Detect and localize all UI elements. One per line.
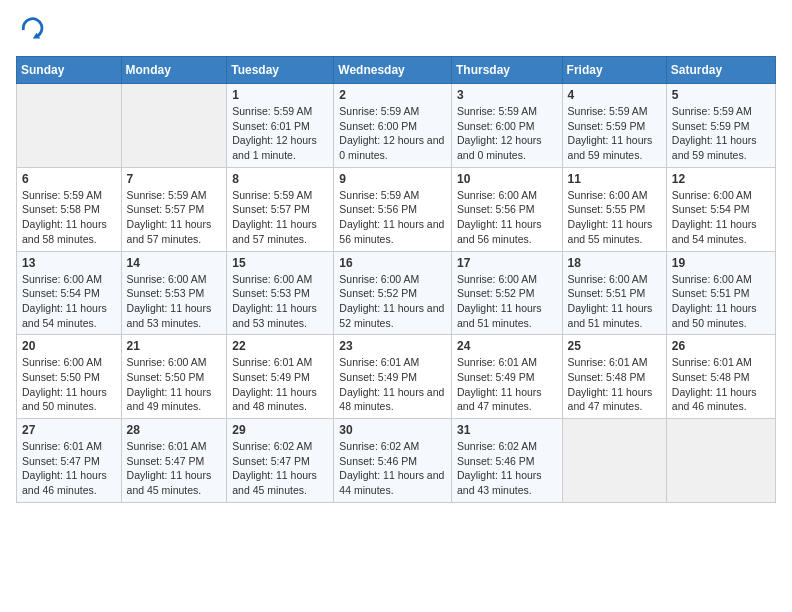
day-cell: 22Sunrise: 6:01 AM Sunset: 5:49 PM Dayli… [227, 335, 334, 419]
day-info: Sunrise: 5:59 AM Sunset: 5:57 PM Dayligh… [127, 188, 222, 247]
day-info: Sunrise: 6:01 AM Sunset: 5:47 PM Dayligh… [127, 439, 222, 498]
day-info: Sunrise: 6:00 AM Sunset: 5:52 PM Dayligh… [457, 272, 557, 331]
day-number: 28 [127, 423, 222, 437]
day-cell: 4Sunrise: 5:59 AM Sunset: 5:59 PM Daylig… [562, 84, 666, 168]
week-row-1: 1Sunrise: 5:59 AM Sunset: 6:01 PM Daylig… [17, 84, 776, 168]
day-cell: 3Sunrise: 5:59 AM Sunset: 6:00 PM Daylig… [451, 84, 562, 168]
day-number: 3 [457, 88, 557, 102]
day-info: Sunrise: 6:01 AM Sunset: 5:49 PM Dayligh… [232, 355, 328, 414]
day-number: 22 [232, 339, 328, 353]
day-info: Sunrise: 6:01 AM Sunset: 5:47 PM Dayligh… [22, 439, 116, 498]
day-info: Sunrise: 6:00 AM Sunset: 5:55 PM Dayligh… [568, 188, 661, 247]
day-cell: 9Sunrise: 5:59 AM Sunset: 5:56 PM Daylig… [334, 167, 452, 251]
day-header-tuesday: Tuesday [227, 57, 334, 84]
day-number: 4 [568, 88, 661, 102]
day-cell: 14Sunrise: 6:00 AM Sunset: 5:53 PM Dayli… [121, 251, 227, 335]
logo-icon [16, 16, 44, 44]
day-cell [17, 84, 122, 168]
day-info: Sunrise: 6:00 AM Sunset: 5:50 PM Dayligh… [127, 355, 222, 414]
day-cell: 12Sunrise: 6:00 AM Sunset: 5:54 PM Dayli… [666, 167, 775, 251]
day-header-monday: Monday [121, 57, 227, 84]
week-row-2: 6Sunrise: 5:59 AM Sunset: 5:58 PM Daylig… [17, 167, 776, 251]
day-cell: 20Sunrise: 6:00 AM Sunset: 5:50 PM Dayli… [17, 335, 122, 419]
day-header-saturday: Saturday [666, 57, 775, 84]
day-number: 14 [127, 256, 222, 270]
day-number: 17 [457, 256, 557, 270]
day-number: 25 [568, 339, 661, 353]
day-cell: 29Sunrise: 6:02 AM Sunset: 5:47 PM Dayli… [227, 419, 334, 503]
day-info: Sunrise: 5:59 AM Sunset: 5:57 PM Dayligh… [232, 188, 328, 247]
calendar-body: 1Sunrise: 5:59 AM Sunset: 6:01 PM Daylig… [17, 84, 776, 503]
calendar-table: SundayMondayTuesdayWednesdayThursdayFrid… [16, 56, 776, 503]
day-cell: 16Sunrise: 6:00 AM Sunset: 5:52 PM Dayli… [334, 251, 452, 335]
day-cell: 15Sunrise: 6:00 AM Sunset: 5:53 PM Dayli… [227, 251, 334, 335]
day-cell: 31Sunrise: 6:02 AM Sunset: 5:46 PM Dayli… [451, 419, 562, 503]
week-row-3: 13Sunrise: 6:00 AM Sunset: 5:54 PM Dayli… [17, 251, 776, 335]
day-number: 18 [568, 256, 661, 270]
day-number: 29 [232, 423, 328, 437]
day-number: 21 [127, 339, 222, 353]
day-cell: 25Sunrise: 6:01 AM Sunset: 5:48 PM Dayli… [562, 335, 666, 419]
day-cell: 8Sunrise: 5:59 AM Sunset: 5:57 PM Daylig… [227, 167, 334, 251]
calendar-header: SundayMondayTuesdayWednesdayThursdayFrid… [17, 57, 776, 84]
day-number: 7 [127, 172, 222, 186]
day-number: 9 [339, 172, 446, 186]
day-number: 15 [232, 256, 328, 270]
day-cell [666, 419, 775, 503]
day-cell: 23Sunrise: 6:01 AM Sunset: 5:49 PM Dayli… [334, 335, 452, 419]
day-number: 6 [22, 172, 116, 186]
day-number: 24 [457, 339, 557, 353]
day-info: Sunrise: 6:02 AM Sunset: 5:47 PM Dayligh… [232, 439, 328, 498]
day-info: Sunrise: 5:59 AM Sunset: 5:56 PM Dayligh… [339, 188, 446, 247]
day-cell [121, 84, 227, 168]
day-cell: 10Sunrise: 6:00 AM Sunset: 5:56 PM Dayli… [451, 167, 562, 251]
day-info: Sunrise: 6:01 AM Sunset: 5:48 PM Dayligh… [568, 355, 661, 414]
day-number: 13 [22, 256, 116, 270]
day-number: 5 [672, 88, 770, 102]
day-info: Sunrise: 5:59 AM Sunset: 6:00 PM Dayligh… [457, 104, 557, 163]
day-number: 20 [22, 339, 116, 353]
day-info: Sunrise: 5:59 AM Sunset: 5:59 PM Dayligh… [672, 104, 770, 163]
day-cell [562, 419, 666, 503]
day-info: Sunrise: 5:59 AM Sunset: 5:59 PM Dayligh… [568, 104, 661, 163]
day-info: Sunrise: 5:59 AM Sunset: 6:00 PM Dayligh… [339, 104, 446, 163]
day-info: Sunrise: 6:00 AM Sunset: 5:50 PM Dayligh… [22, 355, 116, 414]
day-info: Sunrise: 6:02 AM Sunset: 5:46 PM Dayligh… [457, 439, 557, 498]
day-number: 1 [232, 88, 328, 102]
week-row-5: 27Sunrise: 6:01 AM Sunset: 5:47 PM Dayli… [17, 419, 776, 503]
day-cell: 19Sunrise: 6:00 AM Sunset: 5:51 PM Dayli… [666, 251, 775, 335]
day-cell: 30Sunrise: 6:02 AM Sunset: 5:46 PM Dayli… [334, 419, 452, 503]
day-cell: 5Sunrise: 5:59 AM Sunset: 5:59 PM Daylig… [666, 84, 775, 168]
page-header [16, 16, 776, 44]
day-number: 26 [672, 339, 770, 353]
day-cell: 27Sunrise: 6:01 AM Sunset: 5:47 PM Dayli… [17, 419, 122, 503]
day-number: 30 [339, 423, 446, 437]
day-number: 23 [339, 339, 446, 353]
day-info: Sunrise: 6:00 AM Sunset: 5:54 PM Dayligh… [22, 272, 116, 331]
day-number: 27 [22, 423, 116, 437]
day-number: 12 [672, 172, 770, 186]
day-cell: 13Sunrise: 6:00 AM Sunset: 5:54 PM Dayli… [17, 251, 122, 335]
day-number: 10 [457, 172, 557, 186]
day-number: 19 [672, 256, 770, 270]
logo [16, 16, 48, 44]
day-number: 31 [457, 423, 557, 437]
day-info: Sunrise: 6:01 AM Sunset: 5:49 PM Dayligh… [339, 355, 446, 414]
day-number: 16 [339, 256, 446, 270]
day-info: Sunrise: 6:00 AM Sunset: 5:52 PM Dayligh… [339, 272, 446, 331]
day-cell: 11Sunrise: 6:00 AM Sunset: 5:55 PM Dayli… [562, 167, 666, 251]
day-cell: 21Sunrise: 6:00 AM Sunset: 5:50 PM Dayli… [121, 335, 227, 419]
day-info: Sunrise: 6:00 AM Sunset: 5:53 PM Dayligh… [127, 272, 222, 331]
day-info: Sunrise: 6:00 AM Sunset: 5:53 PM Dayligh… [232, 272, 328, 331]
day-header-friday: Friday [562, 57, 666, 84]
day-info: Sunrise: 6:00 AM Sunset: 5:54 PM Dayligh… [672, 188, 770, 247]
day-cell: 1Sunrise: 5:59 AM Sunset: 6:01 PM Daylig… [227, 84, 334, 168]
day-info: Sunrise: 6:01 AM Sunset: 5:49 PM Dayligh… [457, 355, 557, 414]
day-info: Sunrise: 6:00 AM Sunset: 5:56 PM Dayligh… [457, 188, 557, 247]
day-cell: 18Sunrise: 6:00 AM Sunset: 5:51 PM Dayli… [562, 251, 666, 335]
header-row: SundayMondayTuesdayWednesdayThursdayFrid… [17, 57, 776, 84]
day-header-thursday: Thursday [451, 57, 562, 84]
day-header-wednesday: Wednesday [334, 57, 452, 84]
day-cell: 7Sunrise: 5:59 AM Sunset: 5:57 PM Daylig… [121, 167, 227, 251]
day-cell: 2Sunrise: 5:59 AM Sunset: 6:00 PM Daylig… [334, 84, 452, 168]
